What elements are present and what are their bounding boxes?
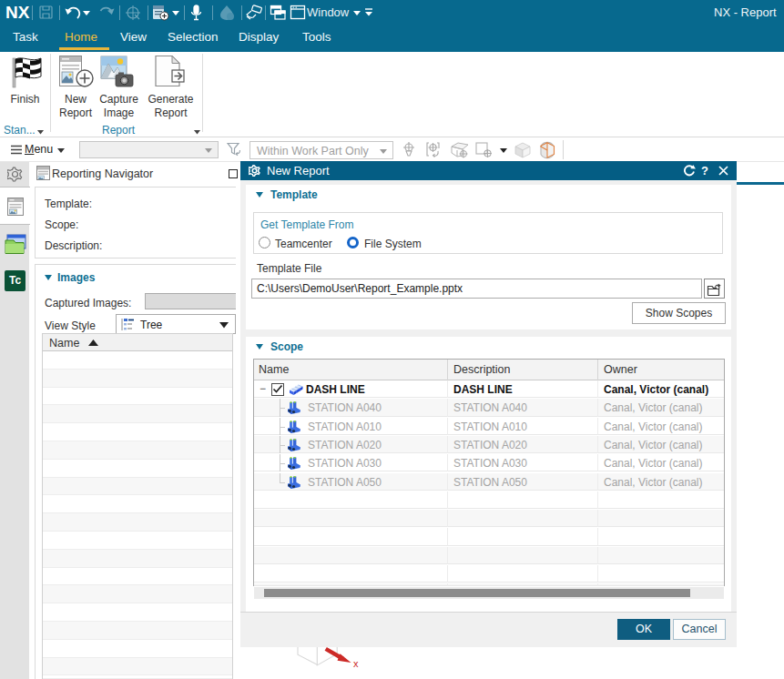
svg-text:x: x [353, 658, 359, 669]
